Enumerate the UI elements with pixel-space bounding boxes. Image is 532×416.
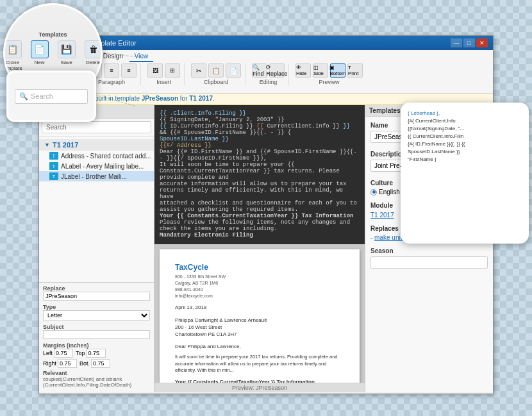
align-center-icon[interactable]: ≡ bbox=[104, 63, 119, 78]
margin-top-label: Top bbox=[76, 350, 85, 356]
margin-right-label: Right bbox=[43, 360, 56, 367]
code-line-5: {#{ ID.FirstName }}{{. }} {{ bbox=[408, 140, 522, 148]
maximize-button[interactable]: □ bbox=[463, 38, 475, 47]
code-line: It will soon be time to prepare your {{ … bbox=[160, 162, 360, 181]
prop-subject-row: Subject bbox=[43, 324, 150, 340]
season-input[interactable] bbox=[370, 256, 488, 269]
code-line: {{ .Client.Info.Filing }} bbox=[160, 110, 360, 117]
cut-icon[interactable]: ✂ bbox=[191, 63, 206, 78]
copy-icon[interactable]: 📄 bbox=[226, 63, 241, 78]
margin-top-input[interactable] bbox=[87, 349, 106, 358]
insert-picture-icon[interactable]: 🖼 bbox=[147, 63, 163, 78]
margin-row-bottom: Right Bot. bbox=[43, 359, 150, 368]
code-line-7: "FirstName } bbox=[408, 156, 522, 163]
new-icon: 📄 bbox=[31, 40, 49, 58]
code-line: {{ ID.CurrentInfo.Filing }} {{ CurrentCl… bbox=[160, 123, 360, 136]
show-side-preview-icon[interactable]: ◫ Side bbox=[313, 63, 328, 78]
code-line: attached a checklist and questionnaire f… bbox=[160, 200, 360, 213]
clone-button[interactable]: 📋 Clonetemplate bbox=[3, 40, 24, 71]
doc-company-name: TaxCycle bbox=[175, 262, 344, 273]
save-label: Save bbox=[60, 60, 72, 65]
prop-subject-input[interactable] bbox=[43, 330, 150, 339]
code-line: {{#/ Address }} bbox=[160, 142, 360, 149]
doc-recipient: Philippa Cartwright & Lawrence Arneault … bbox=[175, 317, 344, 338]
code-preview: { Letterhead }, {#{ CurrentClient.Info. … bbox=[403, 104, 527, 242]
ribbon-group-editing: 🔍 Find ⟳ Replace Editing bbox=[248, 63, 289, 85]
code-line: accurate information will allow us to pr… bbox=[160, 181, 360, 200]
hide-preview-icon[interactable]: 👁 Hide bbox=[295, 63, 311, 78]
align-right-icon[interactable]: ≡ bbox=[121, 63, 137, 78]
sidebar-tree: ▼ T1 2017 T Address - Shared contact add… bbox=[39, 137, 154, 282]
code-line: Mandatory Electronic Filing bbox=[160, 232, 360, 238]
clone-icon: 📋 bbox=[4, 40, 22, 58]
save-icon: 💾 bbox=[58, 40, 76, 58]
preview-label: Preview: JPreSeason bbox=[154, 383, 365, 392]
save-button[interactable]: 💾 Save bbox=[55, 40, 78, 71]
margin-left-input[interactable] bbox=[54, 349, 73, 358]
properties-panel: Replace Type Letter Subject Margins (Inc… bbox=[39, 282, 154, 392]
status-for: for bbox=[178, 95, 189, 102]
status-module: T1 2017 bbox=[189, 95, 213, 102]
delete-icon: 🗑 bbox=[85, 40, 103, 58]
prop-type-label: Type bbox=[43, 304, 150, 310]
margin-left-label: Left bbox=[43, 350, 53, 356]
prop-relevant-row: Relevant coupled(CurrentClient) and isbl… bbox=[43, 370, 150, 388]
ribbon-content: 11 ▼ Formatting ≡ ≡ ≡ Paragraph 🖼 ⊞ In bbox=[42, 63, 490, 85]
doc-date: April 13, 2018 bbox=[175, 304, 344, 311]
find-icon[interactable]: 🔍 Find bbox=[252, 63, 267, 78]
minimize-button[interactable]: — bbox=[451, 38, 462, 47]
prop-replace-input[interactable] bbox=[43, 292, 150, 301]
status-period: . bbox=[213, 95, 215, 102]
prop-type-row: Type Letter bbox=[43, 304, 150, 322]
doc-section-title: Your {{ Constants.CurrentTaxationYear }}… bbox=[175, 378, 344, 383]
search-placeholder: Search bbox=[31, 92, 53, 100]
margin-bottom-input[interactable] bbox=[91, 359, 110, 368]
margin-bottom-label: Bot. bbox=[79, 360, 90, 367]
show-bottom-preview-icon[interactable]: ▣ Bottom bbox=[330, 63, 345, 78]
culture-english[interactable]: English bbox=[370, 188, 400, 196]
tree-item-jlabel[interactable]: T JLabel - Brother Maili... bbox=[39, 171, 154, 181]
english-radio[interactable] bbox=[370, 189, 377, 196]
prop-margins-label: Margins (Inches) bbox=[43, 342, 150, 349]
prop-relevant-value: coupled(CurrentClient) and isblank(Curre… bbox=[43, 376, 150, 388]
tree-group-t1-2017[interactable]: ▼ T1 2017 bbox=[39, 139, 154, 151]
tab-view[interactable]: View bbox=[129, 51, 154, 62]
insert-table-icon[interactable]: ⊞ bbox=[165, 63, 180, 78]
code-section-title: Your {{ Constants.CurrentTaxationYear }}… bbox=[160, 213, 360, 219]
paragraph-label: Paragraph bbox=[98, 79, 125, 85]
status-template-name: JPreSeason bbox=[142, 95, 178, 102]
search-icon: 🔍 bbox=[19, 92, 28, 101]
tree-item-address-label: Address - Shared contact add... bbox=[61, 153, 151, 160]
zoom-search-circle: 🔍 Search bbox=[6, 71, 96, 122]
season-label: Season bbox=[370, 247, 488, 254]
prop-margins-row: Margins (Inches) Left Top Righ bbox=[43, 342, 150, 368]
ribbon: Home Insert Design View 11 ▼ Formatting … bbox=[39, 50, 493, 94]
search-input[interactable] bbox=[42, 121, 151, 133]
ribbon-tabs: Home Insert Design View bbox=[42, 51, 490, 62]
tree-item-address[interactable]: T Address - Shared contact add... bbox=[39, 151, 154, 161]
ribbon-group-preview: 👁 Hide ◫ Side ▣ Bottom T Print Preview bbox=[292, 63, 367, 85]
template-icon-jlabel: T bbox=[49, 172, 58, 180]
preview-group-label: Preview bbox=[319, 79, 339, 85]
margin-right-input[interactable] bbox=[58, 359, 77, 368]
tree-item-alabel-label: ALabel - Avery Mailing labe... bbox=[61, 163, 144, 170]
close-button[interactable]: ✕ bbox=[476, 38, 488, 47]
doc-salutation: Dear Philippa and Lawrence, bbox=[175, 343, 344, 350]
code-line-4: {{ CurrentClient.Info.Filin bbox=[408, 133, 522, 140]
code-line-6: SpouseID.LastName }} bbox=[408, 148, 522, 156]
prop-type-select[interactable]: Letter bbox=[43, 310, 150, 320]
app-title: TaxCycle Template Editor bbox=[57, 39, 451, 47]
code-editor[interactable]: {{ .Client.Info.Filing }} {{ SigningDate… bbox=[154, 105, 365, 244]
prop-replace-label: Replace bbox=[43, 285, 150, 292]
paste-icon[interactable]: 📋 bbox=[208, 63, 224, 78]
tree-item-alabel[interactable]: T ALabel - Avery Mailing labe... bbox=[39, 161, 154, 171]
module-link[interactable]: T1 2017 bbox=[370, 212, 394, 219]
text-print-icon[interactable]: T Print bbox=[347, 63, 363, 78]
new-button[interactable]: 📄 New bbox=[28, 40, 51, 71]
doc-preview-area: TaxCycle 800 - 1333 8th Street SW Calgar… bbox=[154, 244, 365, 383]
code-line: {{ SigningDate, "January 2, 2003" }} bbox=[160, 117, 360, 123]
season-section: Season bbox=[370, 247, 488, 270]
doc-page: TaxCycle 800 - 1333 8th Street SW Calgar… bbox=[160, 249, 360, 383]
delete-button[interactable]: 🗑 Delete bbox=[82, 40, 103, 71]
replace-icon[interactable]: ⟳ Replace bbox=[269, 63, 285, 78]
